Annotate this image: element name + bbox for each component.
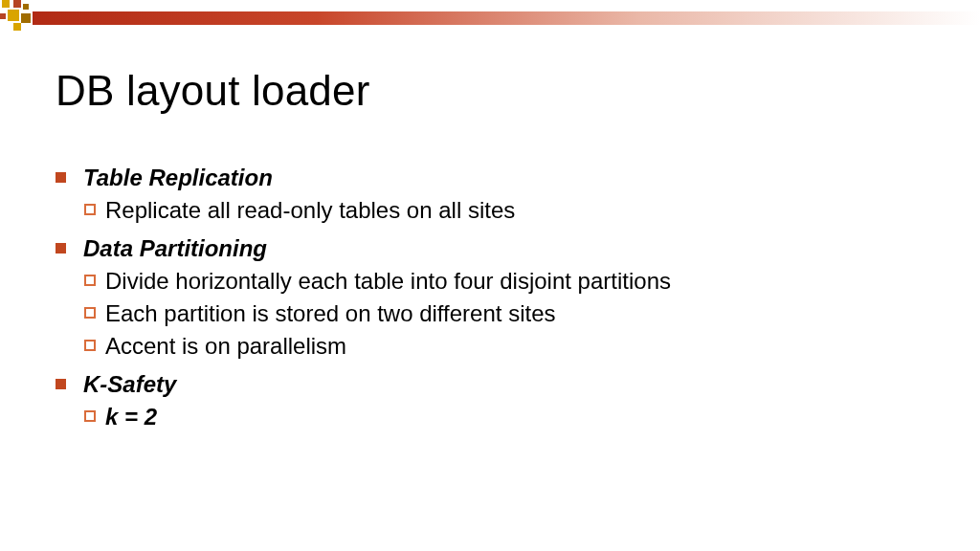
top-gradient-bar [33, 11, 980, 25]
square-bullet-icon [56, 172, 66, 183]
list-item: Data Partitioning [56, 235, 942, 262]
list-item-label: K-Safety [83, 371, 176, 398]
pixel-logo [0, 0, 33, 33]
list-subitem: Divide horizontally each table into four… [84, 268, 942, 295]
list-subitem-label: k = 2 [105, 404, 157, 430]
hollow-square-icon [84, 340, 96, 351]
slide-content: Table Replication Replicate all read-onl… [56, 165, 942, 442]
list-item-label: Data Partitioning [83, 235, 267, 262]
list-subitem: Accent is on parallelism [84, 333, 942, 360]
hollow-square-icon [84, 307, 96, 319]
list-item: K-Safety [56, 371, 942, 398]
square-bullet-icon [56, 379, 66, 389]
list-subitem-label: Accent is on parallelism [105, 333, 346, 360]
list-subitem-label: Each partition is stored on two differen… [105, 300, 555, 327]
square-bullet-icon [56, 243, 66, 253]
hollow-square-icon [84, 410, 96, 422]
list-subitem: Each partition is stored on two differen… [84, 300, 942, 327]
hollow-square-icon [84, 275, 96, 286]
list-item: Table Replication [56, 165, 942, 191]
hollow-square-icon [84, 204, 96, 215]
list-subitem-label: Divide horizontally each table into four… [105, 268, 671, 295]
list-item-label: Table Replication [83, 165, 273, 191]
list-subitem-label: Replicate all read-only tables on all si… [105, 197, 515, 224]
list-subitem: k = 2 [84, 404, 942, 430]
list-subitem: Replicate all read-only tables on all si… [84, 197, 942, 224]
slide-title: DB layout loader [56, 67, 370, 115]
